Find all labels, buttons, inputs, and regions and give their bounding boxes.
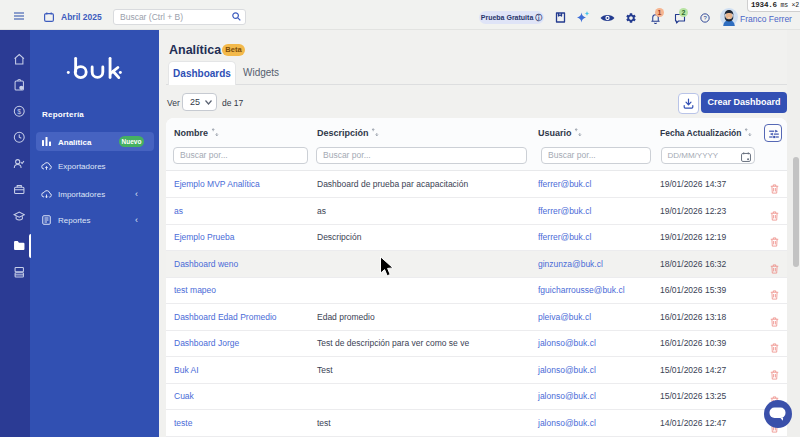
svg-text:?: ? [703,15,707,21]
svg-text:$: $ [17,108,21,115]
